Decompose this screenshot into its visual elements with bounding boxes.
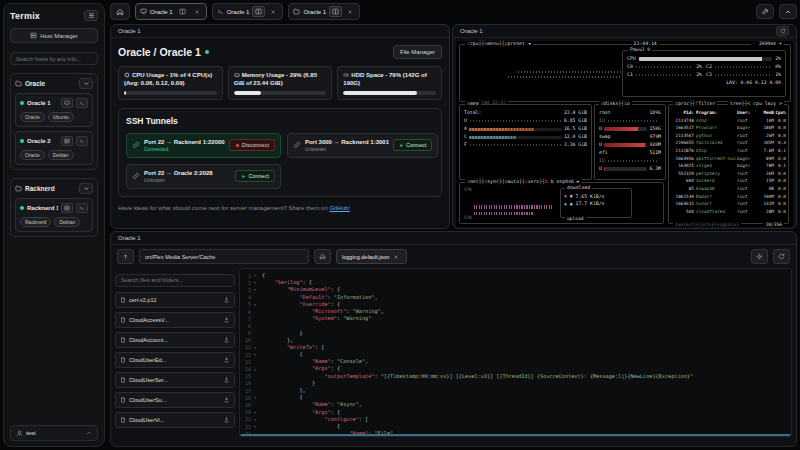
terminal-reconnect-button[interactable] (776, 26, 789, 36)
fold-chevron-icon[interactable]: ▾ (251, 345, 259, 350)
admin-button[interactable] (756, 4, 774, 19)
host-item-oracle-2[interactable]: Oracle 2OracleDebian (15, 131, 93, 165)
tab-terminal-oracle-1[interactable]: Oracle 1 (212, 3, 284, 20)
proc-cell: 1861539 (671, 193, 696, 201)
tab-folder-oracle-1[interactable]: Oracle 1 (288, 3, 360, 20)
tab-split-button[interactable] (252, 6, 265, 17)
server-icon (64, 138, 70, 144)
disconnect-button[interactable]: Disconnect (229, 139, 275, 151)
tunnel-info: Port 22 → Racknerd 1:22000Connected (144, 139, 225, 152)
close-file-button[interactable] (393, 254, 401, 260)
collapse-topbar-button[interactable] (779, 4, 797, 19)
core-name: C0 (627, 63, 633, 71)
app-root: Termix Host Manager OracleOracle 1Oracle… (0, 0, 800, 450)
fold-chevron-icon[interactable]: ▾ (251, 367, 259, 372)
proc-cell: 2113748 (671, 117, 696, 125)
proc-cell: 10M (758, 117, 774, 125)
process-row: 604dockerdroot15M0.0 (671, 177, 786, 185)
line-number: 11 (240, 344, 251, 350)
fold-chevron-icon[interactable]: ▾ (251, 410, 259, 415)
host-row: Oracle 1 (20, 98, 88, 108)
path-up-button[interactable] (117, 249, 134, 264)
action-label: Connect (406, 142, 427, 148)
mem-value: 16.5 GiB (564, 125, 587, 133)
gutter-line: 13 (240, 358, 260, 365)
code-line: "WriteTo": [ (262, 344, 791, 351)
host-files-button[interactable] (61, 203, 73, 213)
tab-monitor-oracle-1[interactable]: Oracle 1 (135, 3, 207, 20)
proc-cell: 78M (758, 162, 774, 170)
proc-cell: 15M (758, 177, 774, 185)
files-settings-button[interactable] (751, 249, 768, 264)
host-group-oracle: OracleOracle 1OracleUbuntuOracle 2Oracle… (10, 73, 98, 170)
core-pct: 0% (775, 63, 781, 71)
code-line: { (262, 423, 791, 430)
group-collapse-button[interactable] (79, 183, 93, 194)
host-item-racknerd-1[interactable]: Racknerd 1RacknerdDebian (15, 198, 93, 232)
fold-chevron-icon[interactable]: ▾ (251, 273, 259, 278)
open-file-tab[interactable]: logging.default.json (336, 249, 407, 264)
fold-chevron-icon[interactable]: ▾ (251, 287, 259, 292)
host-search-input[interactable] (10, 52, 98, 65)
tab-split-button[interactable] (176, 6, 189, 17)
file-item[interactable]: CloudUserVi... (115, 412, 235, 428)
path-input[interactable] (139, 249, 309, 264)
tunnel-info: Port 3000 → Racknerd 1:3001Unknown (305, 139, 389, 152)
github-link[interactable]: GitHub! (329, 205, 349, 211)
file-manager-button[interactable]: File Manager (393, 45, 442, 59)
file-item[interactable]: CloudUserSer... (115, 372, 235, 388)
stat-progress-track (343, 91, 436, 95)
file-name: CloudAccount... (129, 337, 220, 343)
group-collapse-button[interactable] (79, 78, 93, 89)
fold-chevron-icon[interactable]: ▾ (251, 352, 259, 357)
proc-cell: root (737, 200, 758, 208)
user-menu[interactable]: test (10, 425, 98, 441)
download-icon (223, 376, 230, 383)
disk-size: 979M (649, 133, 661, 141)
host-group-header[interactable]: Oracle (15, 78, 93, 89)
file-item[interactable]: CloudUserEd... (115, 352, 235, 368)
tab-close-button[interactable] (268, 6, 278, 17)
code-editor[interactable]: 1▾2▾3▾45▾67891011▾12▾1314▾15161718▾1920▾… (239, 268, 792, 437)
app-title: Termix (10, 11, 40, 21)
file-item[interactable]: cert-v2.p12 (115, 292, 235, 308)
fold-chevron-icon[interactable]: ▾ (251, 417, 259, 422)
proc-cell: root (737, 185, 758, 193)
line-number: 22 (240, 424, 251, 430)
editor-horizontal-scrollbar[interactable] (240, 434, 791, 437)
tab-split-button[interactable] (329, 6, 342, 17)
host-files-button[interactable] (61, 136, 73, 146)
tab-close-button[interactable] (345, 6, 355, 17)
file-item[interactable]: CloudAccessV... (115, 312, 235, 328)
host-item-oracle-1[interactable]: Oracle 1OracleUbuntu (15, 93, 93, 127)
host-terminal-button[interactable] (76, 136, 88, 146)
files-refresh-button[interactable] (773, 249, 790, 264)
file-item[interactable]: CloudAccount... (115, 332, 235, 348)
host-manager-button[interactable]: Host Manager (10, 28, 98, 43)
home-button[interactable] (110, 3, 130, 20)
file-item[interactable]: CloudUserSu... (115, 392, 235, 408)
line-number: 1 (240, 273, 251, 279)
disk-used-bar (604, 143, 648, 147)
host-files-button[interactable] (61, 98, 73, 108)
tunnel-icon (293, 141, 301, 149)
tunnel-status: Unknown (305, 146, 389, 152)
fold-chevron-icon[interactable]: ▾ (251, 395, 259, 400)
files-home-button[interactable] (314, 249, 331, 264)
proc-cell: 105M (758, 139, 774, 147)
host-group-header[interactable]: Racknerd (15, 183, 93, 194)
fold-chevron-icon[interactable]: ▾ (251, 280, 259, 285)
fold-chevron-icon[interactable]: ▾ (251, 424, 259, 429)
process-row: 552329peripheryroot26M0.0 (671, 170, 786, 178)
fold-chevron-icon[interactable]: ▾ (251, 302, 259, 307)
sidebar-collapse-button[interactable] (84, 10, 98, 21)
file-search-input[interactable] (115, 274, 235, 287)
connect-button[interactable]: Connect (235, 170, 275, 182)
tab-close-button[interactable] (192, 6, 202, 17)
connect-button[interactable]: Connect (393, 139, 433, 151)
proc-cell: kswapd0 (696, 185, 737, 193)
terminal-screen[interactable]: ccpu├┤mmenu├┤ppreset ◄ 23:44:14 - 2000ms… (456, 41, 793, 227)
proc-cell: 0.0 (774, 193, 786, 201)
host-terminal-button[interactable] (76, 203, 88, 213)
host-terminal-button[interactable] (76, 98, 88, 108)
